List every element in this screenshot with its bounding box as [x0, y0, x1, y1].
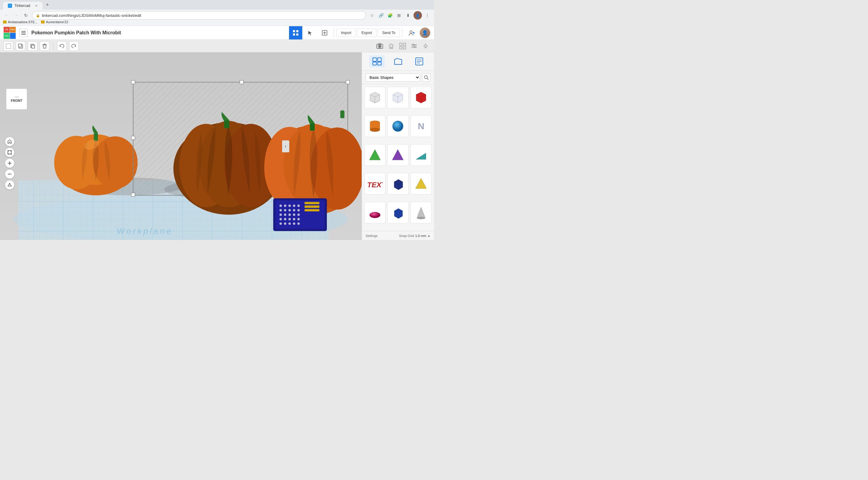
pick-tool-button[interactable]	[304, 26, 317, 39]
panel-tab-grid[interactable]	[370, 56, 384, 67]
light-button[interactable]	[386, 41, 396, 51]
svg-rect-99	[378, 62, 381, 65]
account-icon[interactable]: 👤	[413, 11, 422, 20]
select-all-button[interactable]	[4, 41, 13, 51]
shape-pink-sphere[interactable]	[364, 202, 385, 224]
shape-cylinder[interactable]	[364, 115, 385, 137]
svg-rect-47	[131, 136, 135, 140]
redo-button[interactable]	[69, 41, 79, 51]
svg-rect-1	[22, 33, 26, 33]
lock-icon: 🔒	[36, 13, 40, 18]
user-add-button[interactable]	[405, 26, 418, 39]
zoom-in-button[interactable]	[5, 159, 14, 168]
logo-ker: KER	[10, 27, 16, 33]
snap-chevron-up-icon: ▲	[427, 234, 430, 237]
shape-blue-cube-2[interactable]	[387, 202, 408, 224]
shape-sphere[interactable]	[387, 115, 408, 137]
shape-yellow-pyramid[interactable]	[410, 173, 432, 195]
profile-icon[interactable]: ⊞	[396, 12, 403, 19]
delete-button[interactable]	[40, 41, 50, 51]
mirror-icon	[422, 42, 430, 50]
settings-bar: Settings Snap Grid 1.0 mm ▲	[362, 231, 434, 240]
sendto-button[interactable]: Send To	[378, 29, 400, 37]
import-button[interactable]: Import	[336, 29, 355, 37]
panel-tab-ruler[interactable]	[391, 56, 406, 67]
back-button[interactable]: ←	[3, 12, 10, 19]
snap-grid-control[interactable]: Snap Grid 1.0 mm ▲	[399, 234, 430, 238]
active-tab[interactable]: T Tinkercad ✕	[3, 2, 42, 10]
shape-n-text[interactable]: N	[410, 115, 432, 137]
shape-hole-box[interactable]	[387, 87, 408, 108]
shape-search-button[interactable]	[422, 73, 430, 81]
tab-close[interactable]: ✕	[35, 4, 38, 8]
shape-red-box[interactable]	[410, 87, 432, 108]
duplicate-icon	[30, 43, 35, 49]
toolbar	[0, 40, 434, 53]
mirror-button[interactable]	[421, 41, 430, 51]
view-button[interactable]	[318, 26, 331, 39]
zoom-out-icon	[7, 172, 12, 176]
extension-icon[interactable]: 🧩	[386, 12, 394, 19]
shape-purple-pyramid[interactable]	[387, 144, 408, 166]
download-icon[interactable]: ⬇	[404, 12, 412, 19]
reload-button[interactable]: ↻	[22, 12, 30, 19]
hamburger-icon	[22, 31, 26, 35]
shape-grey-cone[interactable]	[410, 202, 432, 224]
copy-button[interactable]	[16, 41, 25, 51]
panel-collapse-arrow[interactable]: ›	[282, 140, 289, 152]
svg-rect-44	[131, 193, 135, 197]
user-icon	[408, 30, 415, 36]
toolbar-sep-1	[53, 42, 53, 50]
shape-teal-wedge[interactable]	[410, 144, 432, 166]
grid-tab-icon	[372, 57, 382, 66]
svg-rect-43	[346, 80, 350, 84]
3d-view-button[interactable]	[289, 26, 302, 39]
tab-title: Tinkercad	[14, 4, 30, 8]
shape-red-text[interactable]: TEXT	[364, 173, 385, 195]
shape-white-box[interactable]	[364, 87, 385, 108]
address-bar[interactable]: 🔒 tinkercad.com/things/cJDSiWxMMuj-fanta…	[32, 11, 366, 20]
home-view-button[interactable]	[5, 137, 14, 146]
svg-point-105	[393, 121, 403, 132]
svg-rect-4	[296, 30, 299, 32]
svg-rect-96	[373, 58, 376, 61]
fit-view-button[interactable]	[5, 147, 14, 157]
align-button[interactable]	[409, 41, 419, 51]
more-menu[interactable]: ⋮	[424, 12, 431, 19]
svg-point-71	[284, 209, 286, 211]
forward-button[interactable]: →	[13, 12, 20, 19]
undo-button[interactable]	[57, 41, 67, 51]
perspective-button[interactable]	[5, 180, 14, 190]
svg-point-89	[298, 222, 300, 225]
new-tab-button[interactable]: +	[43, 1, 52, 9]
svg-point-85	[279, 222, 282, 225]
export-button[interactable]: Export	[357, 29, 376, 37]
bookmark-aumentame[interactable]: Aumentame'22	[41, 20, 68, 24]
zoom-out-button[interactable]	[5, 169, 14, 179]
settings-label[interactable]: Settings	[366, 234, 378, 238]
bookmark-star[interactable]: ☆	[368, 12, 375, 19]
svg-rect-23	[412, 44, 414, 45]
svg-point-72	[288, 209, 291, 211]
shape-green-pyramid[interactable]	[364, 144, 385, 166]
ruler-tab-icon	[393, 57, 403, 66]
duplicate-button[interactable]	[28, 41, 37, 51]
shape-category-select[interactable]: Basic Shapes	[366, 73, 420, 81]
panel-icon-tabs	[362, 53, 434, 71]
menu-button[interactable]	[19, 29, 28, 37]
viewport[interactable]: TOP FRONT	[0, 53, 362, 240]
user-avatar[interactable]: 👤	[420, 27, 430, 38]
camera-button[interactable]	[375, 41, 384, 51]
grid-icon	[293, 30, 299, 36]
svg-point-109	[417, 217, 425, 219]
svg-rect-20	[403, 43, 406, 45]
shape-navy-cube[interactable]	[387, 173, 408, 195]
svg-text:Workplane: Workplane	[117, 227, 173, 236]
logo-corner	[10, 33, 16, 39]
chevron-right-icon: ›	[285, 144, 286, 148]
panel-tab-notes[interactable]	[412, 56, 427, 67]
bookmark-ambaixadora[interactable]: Ambaixadora STE...	[3, 20, 37, 24]
snap-button[interactable]	[398, 41, 407, 51]
svg-rect-21	[400, 47, 402, 49]
link-icon[interactable]: 🔗	[377, 12, 384, 19]
